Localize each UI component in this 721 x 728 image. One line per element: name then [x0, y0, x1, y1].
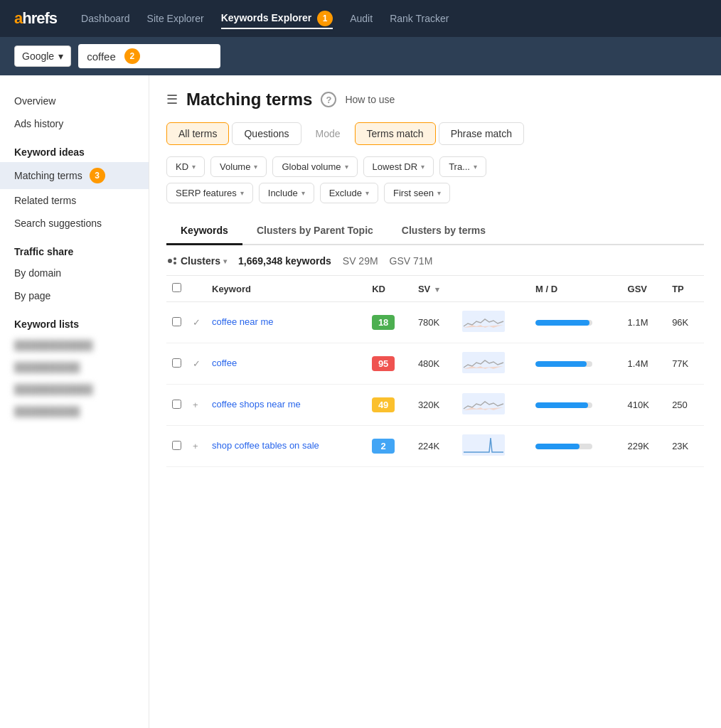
content-tab-clusters-parent[interactable]: Clusters by Parent Topic — [242, 218, 388, 245]
row-keyword-cell: coffee near me — [206, 302, 366, 343]
select-all-checkbox[interactable] — [172, 283, 181, 292]
col-kd[interactable]: KD — [366, 276, 412, 302]
sidebar-item-search-suggestions[interactable]: Search suggestions — [0, 212, 149, 235]
row-kd-cell: 18 — [366, 302, 412, 343]
keywords-table: Keyword KD SV ▾ M / D GSV TP ✓ coffee ne… — [166, 275, 704, 467]
content-tab-keywords[interactable]: Keywords — [166, 218, 242, 245]
nav-audit[interactable]: Audit — [350, 10, 373, 27]
dropdown-arrow: ▾ — [58, 50, 63, 62]
chevron-down-icon: ▾ — [365, 189, 369, 197]
kd-badge: 95 — [372, 356, 395, 371]
svg-point-2 — [173, 262, 176, 264]
row-sv-cell: 480K — [412, 343, 457, 385]
row-status-icon: + — [187, 385, 206, 426]
filter-volume[interactable]: Volume ▾ — [210, 156, 267, 177]
keyword-link[interactable]: coffee shops near me — [212, 399, 301, 410]
row-sv-cell: 224K — [412, 426, 457, 467]
col-keyword[interactable]: Keyword — [206, 276, 366, 302]
filter-serp-features[interactable]: SERP features ▾ — [166, 183, 253, 203]
svg-rect-4 — [462, 352, 505, 373]
mode-tabs-row: All terms Questions Mode Terms match Phr… — [166, 122, 704, 145]
gsv-label: GSV 71M — [390, 255, 433, 267]
chevron-down-icon: ▾ — [345, 163, 348, 171]
tab-phrase-match[interactable]: Phrase match — [439, 122, 524, 145]
filter-global-volume[interactable]: Global volume ▾ — [272, 156, 357, 177]
keyword-link[interactable]: shop coffee tables on sale — [212, 440, 319, 451]
sidebar-item-overview[interactable]: Overview — [0, 90, 149, 112]
filter-exclude[interactable]: Exclude ▾ — [320, 183, 378, 203]
row-md-cell — [530, 343, 622, 385]
nav-keywords-explorer[interactable]: Keywords Explorer 1 — [221, 8, 333, 29]
sparkline-chart — [462, 352, 505, 373]
tab-questions[interactable]: Questions — [232, 122, 301, 145]
sidebar-item-by-page[interactable]: By page — [0, 284, 149, 307]
sidebar-item-ads-history[interactable]: Ads history — [0, 112, 149, 135]
keyword-link[interactable]: coffee — [212, 358, 237, 368]
table-row: ✓ coffee 95 480K 1.4M 77K — [166, 343, 704, 385]
col-sv[interactable]: SV ▾ — [412, 276, 457, 302]
col-tp[interactable]: TP — [666, 276, 704, 302]
md-bar — [535, 444, 592, 449]
col-sparkline — [456, 276, 530, 302]
engine-dropdown[interactable]: Google ▾ — [14, 46, 71, 67]
sidebar-blurred-1: ████████████ — [0, 334, 149, 356]
filter-lowest-dr[interactable]: Lowest DR ▾ — [363, 156, 434, 177]
row-gsv-cell: 1.1M — [622, 302, 667, 343]
tab-mode-label: Mode — [304, 123, 352, 144]
row-checkbox[interactable] — [172, 317, 181, 326]
sidebar-section-keyword-ideas: Keyword ideas — [0, 135, 149, 162]
row-sparkline-cell — [456, 302, 530, 343]
tab-terms-match[interactable]: Terms match — [355, 122, 436, 145]
row-kd-cell: 49 — [366, 385, 412, 426]
row-checkbox[interactable] — [172, 358, 181, 368]
sidebar-section-keyword-lists: Keyword lists — [0, 307, 149, 334]
row-tp-cell: 23K — [666, 426, 704, 467]
keywords-count: 1,669,348 keywords — [238, 255, 331, 267]
sidebar-item-matching-terms[interactable]: Matching terms 3 — [0, 162, 149, 189]
row-sparkline-cell — [456, 385, 530, 426]
row-kd-cell: 2 — [366, 426, 412, 467]
how-to-use-link[interactable]: How to use — [345, 94, 395, 105]
row-tp-cell: 96K — [666, 302, 704, 343]
page-title: Matching terms — [186, 90, 312, 109]
sparkline-chart — [462, 311, 505, 332]
md-bar — [535, 361, 592, 367]
sidebar-item-related-terms[interactable]: Related terms — [0, 189, 149, 212]
row-checkbox[interactable] — [172, 441, 181, 450]
nav-rank-tracker[interactable]: Rank Tracker — [390, 10, 449, 27]
row-checkbox[interactable] — [172, 400, 181, 409]
row-keyword-cell: coffee — [206, 343, 366, 385]
row-sv-cell: 780K — [412, 302, 457, 343]
table-meta: Clusters ▾ 1,669,348 keywords SV 29M GSV… — [166, 245, 704, 275]
menu-icon[interactable]: ☰ — [166, 92, 178, 107]
kd-badge: 49 — [372, 397, 395, 412]
col-gsv[interactable]: GSV — [622, 276, 667, 302]
table-header-row: Keyword KD SV ▾ M / D GSV TP — [166, 276, 704, 302]
row-md-cell — [530, 385, 622, 426]
chevron-down-icon: ▾ — [254, 163, 257, 171]
col-checkbox — [166, 276, 187, 302]
clusters-button[interactable]: Clusters ▾ — [166, 255, 227, 267]
nav-site-explorer[interactable]: Site Explorer — [147, 10, 204, 27]
row-kd-cell: 95 — [366, 343, 412, 385]
filter-first-seen[interactable]: First seen ▾ — [384, 183, 450, 203]
app-layout: Overview Ads history Keyword ideas Match… — [0, 75, 721, 728]
filter-tra[interactable]: Tra... ▾ — [439, 156, 486, 177]
help-icon[interactable]: ? — [321, 92, 336, 107]
main-content: ☰ Matching terms ? How to use All terms … — [149, 75, 721, 728]
chevron-down-icon: ▾ — [474, 163, 477, 171]
nav-dashboard[interactable]: Dashboard — [81, 10, 130, 27]
sidebar-blurred-3: ████████████ — [0, 378, 149, 400]
row-keyword-cell: coffee shops near me — [206, 385, 366, 426]
sidebar-section-traffic-share: Traffic share — [0, 235, 149, 262]
tab-all-terms[interactable]: All terms — [166, 122, 229, 145]
col-check-status — [187, 276, 206, 302]
filter-include[interactable]: Include ▾ — [259, 183, 314, 203]
col-md[interactable]: M / D — [530, 276, 622, 302]
content-tab-clusters-terms[interactable]: Clusters by terms — [388, 218, 500, 245]
search-input-wrap[interactable]: coffee 2 — [78, 44, 220, 68]
keyword-link[interactable]: coffee near me — [212, 316, 273, 327]
engine-label: Google — [22, 50, 54, 62]
filter-kd[interactable]: KD ▾ — [166, 156, 205, 177]
sidebar-item-by-domain[interactable]: By domain — [0, 262, 149, 284]
